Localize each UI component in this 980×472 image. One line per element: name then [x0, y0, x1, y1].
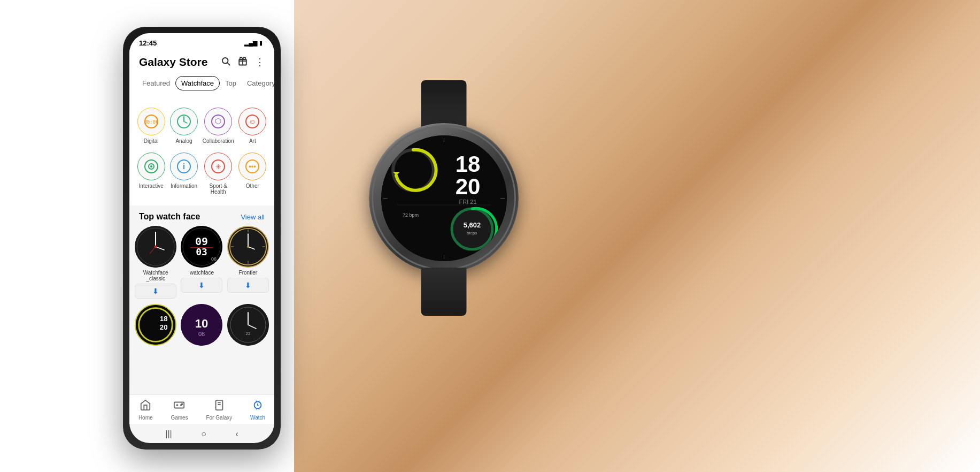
svg-text:03: 03	[196, 246, 208, 257]
watchface-name-classic: Watchface _classic	[135, 270, 176, 281]
status-time: 12:45	[139, 39, 157, 47]
svg-text:20: 20	[160, 323, 168, 331]
category-art[interactable]: ☺ Art	[236, 103, 269, 148]
category-digital[interactable]: 00:00 Digital	[135, 103, 167, 148]
sport-health-icon: ✳	[204, 153, 232, 180]
download-icon-frontier: ⬇	[245, 281, 251, 290]
watch-body: 18 20 FRI 21 72 bpm 5,602	[369, 123, 519, 273]
category-sport-health[interactable]: ✳ Sport & Health	[200, 148, 236, 199]
category-information[interactable]: i Information	[167, 148, 200, 199]
watchface-thumb-purple[interactable]: 10 08	[181, 304, 222, 346]
search-icon[interactable]	[221, 56, 230, 68]
art-label: Art	[249, 138, 256, 144]
phone-mockup: 12:45 ▂▄▆ ▮ Galaxy Store	[123, 27, 281, 450]
phone-nav-bar: ||| ○ ‹	[129, 429, 274, 439]
games-icon	[173, 399, 185, 414]
digital-icon: 00:00	[137, 108, 165, 135]
watchface-card-digital: 09 03 06 watchface ⬇	[181, 226, 222, 299]
svg-line-17	[227, 63, 229, 65]
watchface-thumb-digital[interactable]: 09 03 06	[181, 226, 222, 268]
download-btn-digital[interactable]: ⬇	[181, 278, 222, 293]
category-collaboration[interactable]: ⬡ Collaboration	[200, 103, 236, 148]
svg-text:00:00: 00:00	[144, 119, 158, 125]
svg-text:✳: ✳	[215, 163, 221, 171]
nav-bar-menu[interactable]: |||	[165, 429, 172, 439]
download-btn-classic[interactable]: ⬇	[135, 284, 176, 299]
svg-text:FRI 21: FRI 21	[459, 199, 476, 205]
category-grid: 00:00 Digital Analog	[129, 97, 274, 205]
header-icons: ⋮	[221, 56, 265, 68]
watchface-card-r2-2: 10 08	[181, 304, 222, 346]
view-all-link[interactable]: View all	[241, 213, 265, 221]
category-analog[interactable]: Analog	[167, 103, 200, 148]
watch-face-display: 18 20 FRI 21 72 bpm 5,602	[381, 135, 507, 261]
watchface-card-r2-3: 22	[227, 304, 269, 346]
top-watchface-header: Top watch face View all	[129, 205, 274, 226]
svg-text:18: 18	[160, 315, 168, 323]
analog-label: Analog	[175, 138, 192, 144]
nav-for-galaxy-label: For Galaxy	[206, 415, 232, 421]
tab-featured[interactable]: Featured	[137, 77, 175, 90]
download-icon-classic: ⬇	[152, 287, 159, 295]
nav-home[interactable]: Home	[138, 399, 153, 421]
interactive-label: Interactive	[139, 183, 164, 189]
svg-text:i: i	[183, 162, 185, 171]
watch-face-svg: 18 20 FRI 21 72 bpm 5,602	[381, 135, 507, 261]
svg-point-74	[182, 404, 183, 405]
watch-band-bottom	[421, 268, 467, 316]
watchface-card-r2-1: 18 20	[135, 304, 176, 346]
nav-watch[interactable]: Watch	[250, 399, 265, 421]
other-label: Other	[246, 183, 259, 189]
phone-outer-case: 12:45 ▂▄▆ ▮ Galaxy Store	[123, 27, 281, 450]
sport-health-label: Sport & Health	[203, 183, 234, 195]
app-title: Galaxy Store	[139, 56, 207, 68]
svg-text:•••: •••	[249, 163, 256, 171]
tab-watchface[interactable]: Watchface	[175, 76, 220, 90]
nav-for-galaxy[interactable]: For Galaxy	[206, 399, 232, 421]
svg-text:10: 10	[195, 317, 208, 330]
watchface-card-classic: Watchface _classic ⬇	[135, 226, 176, 299]
svg-point-59	[247, 246, 249, 248]
collaboration-label: Collaboration	[203, 138, 234, 144]
svg-line-25	[184, 121, 187, 123]
download-btn-frontier[interactable]: ⬇	[227, 278, 269, 293]
svg-text:☺: ☺	[249, 117, 256, 126]
battery-icon: ▮	[259, 40, 263, 47]
category-interactive[interactable]: Interactive	[135, 148, 167, 199]
watchface-thumb-classic[interactable]	[135, 226, 176, 268]
bottom-nav: Home Games	[129, 394, 274, 424]
watchface-thumb-frontier[interactable]	[227, 226, 269, 268]
watch-icon	[252, 399, 264, 414]
other-icon: •••	[238, 153, 266, 180]
gift-icon[interactable]	[238, 56, 248, 68]
nav-games[interactable]: Games	[171, 399, 188, 421]
signal-icon: ▂▄▆	[244, 40, 257, 47]
svg-text:06: 06	[211, 256, 217, 262]
more-icon[interactable]: ⋮	[255, 56, 265, 68]
tab-category[interactable]: Category	[242, 77, 274, 90]
nav-bar-home[interactable]: ○	[201, 429, 206, 439]
for-galaxy-icon	[213, 399, 225, 414]
watch-band-top	[421, 80, 467, 128]
nav-bar-back[interactable]: ‹	[235, 429, 238, 439]
watchface-thumb-yellow[interactable]: 18 20	[135, 304, 176, 346]
watch-faces-row2: 18 20 10 08	[129, 304, 274, 350]
information-icon: i	[170, 153, 198, 180]
watchface-name-digital: watchface	[190, 270, 214, 276]
status-icons: ▂▄▆ ▮	[244, 40, 263, 47]
home-icon	[140, 399, 151, 414]
watch-case: 18 20 FRI 21 72 bpm 5,602	[369, 123, 519, 273]
category-other[interactable]: ••• Other	[236, 148, 269, 199]
svg-text:22: 22	[245, 331, 250, 336]
watchface-thumb-minimal[interactable]: 22	[227, 304, 269, 346]
galaxy-watch: 18 20 FRI 21 72 bpm 5,602	[331, 86, 556, 310]
art-icon: ☺	[238, 108, 266, 135]
svg-text:20: 20	[455, 174, 480, 199]
watchface-card-frontier: Frontier ⬇	[227, 226, 269, 299]
watch-faces-grid: Watchface _classic ⬇ 09 03	[129, 226, 274, 304]
svg-point-60	[136, 305, 175, 345]
collaboration-icon: ⬡	[204, 108, 232, 135]
tab-top[interactable]: Top	[220, 77, 242, 90]
svg-text:08: 08	[198, 331, 205, 337]
svg-point-32	[150, 165, 152, 168]
